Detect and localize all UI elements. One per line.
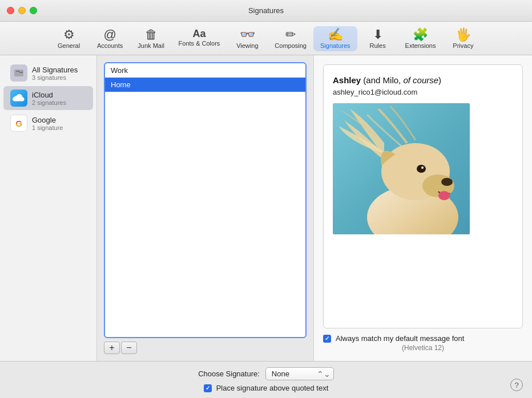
junk-icon: 🗑: [145, 29, 158, 41]
toolbar-label-viewing: Viewing: [236, 42, 258, 49]
main-content: All Signatures 3 signatures iCloud 2 sig…: [0, 55, 532, 361]
choose-signature-select[interactable]: None Work Home: [265, 367, 334, 380]
toolbar-label-junkmail: Junk Mail: [138, 42, 164, 49]
place-sig-label: Place signature above quoted text: [216, 384, 329, 392]
close-button[interactable]: [7, 7, 14, 14]
toolbar-label-fonts: Fonts & Colors: [179, 40, 220, 47]
toolbar-item-extensions[interactable]: 🧩 Extensions: [398, 26, 443, 51]
title-bar: Signatures: [0, 0, 532, 22]
font-match-label: Always match my default message font: [336, 334, 464, 343]
google-count: 1 signature: [32, 124, 63, 131]
signature-preview-card: Ashley (and Milo, of course) ashley_rico…: [323, 64, 523, 328]
svg-point-7: [417, 165, 426, 173]
signature-item-home[interactable]: Home: [105, 78, 305, 92]
window-title: Signatures: [248, 6, 284, 15]
toolbar-label-privacy: Privacy: [453, 42, 473, 49]
icloud-icon: [10, 90, 27, 107]
font-match-sub: (Helvetica 12): [323, 344, 523, 352]
icloud-name: iCloud: [32, 91, 66, 99]
svg-point-5: [441, 178, 453, 186]
toolbar-label-extensions: Extensions: [405, 42, 436, 49]
remove-signature-button[interactable]: −: [121, 342, 137, 354]
toolbar-item-general[interactable]: ⚙ General: [49, 26, 90, 51]
toolbar-item-signatures[interactable]: ✍ Signatures: [313, 26, 357, 51]
bottom-bar-wrapper: Choose Signature: None Work Home ⌃⌄ Plac…: [0, 361, 532, 398]
choose-signature-label: Choose Signature:: [198, 369, 260, 378]
toolbar-label-accounts: Accounts: [97, 42, 123, 49]
signature-preview-email: ashley_rico1@icloud.com: [333, 88, 513, 96]
icloud-count: 2 signatures: [32, 99, 66, 106]
svg-point-6: [438, 191, 450, 200]
extensions-icon: 🧩: [413, 29, 428, 41]
choose-signature-select-wrapper: None Work Home ⌃⌄: [265, 367, 334, 380]
sidebar-item-all-signatures[interactable]: All Signatures 3 signatures: [3, 61, 93, 85]
fonts-icon: Aa: [192, 29, 205, 39]
signatures-icon: ✍: [328, 29, 343, 41]
all-signatures-name: All Signatures: [32, 66, 78, 74]
signature-item-work[interactable]: Work: [105, 63, 305, 78]
svg-point-8: [421, 166, 424, 169]
toolbar-label-signatures: Signatures: [320, 42, 350, 49]
middle-panel: Work Home + −: [97, 55, 314, 361]
minimize-button[interactable]: [18, 7, 26, 14]
signature-list: Work Home: [104, 62, 307, 338]
toolbar-item-viewing[interactable]: 👓 Viewing: [227, 26, 268, 51]
signature-list-buttons: + −: [104, 342, 307, 354]
preview-name-bold: Ashley: [333, 75, 361, 85]
google-text: Google 1 signature: [32, 116, 63, 131]
toolbar: ⚙ General @ Accounts 🗑 Junk Mail Aa Font…: [0, 22, 532, 55]
font-match-row: Always match my default message font: [323, 334, 523, 343]
icloud-text: iCloud 2 signatures: [32, 91, 66, 106]
toolbar-label-composing: Composing: [275, 42, 307, 49]
toolbar-item-privacy[interactable]: 🖐 Privacy: [442, 26, 483, 51]
svg-rect-0: [14, 70, 23, 76]
signature-preview-name: Ashley (and Milo, of course): [333, 74, 513, 86]
preview-name-italic: of course: [403, 75, 438, 85]
composing-icon: ✏: [285, 29, 296, 41]
add-signature-button[interactable]: +: [104, 342, 120, 354]
font-match-checkbox[interactable]: [323, 335, 331, 343]
traffic-lights: [7, 7, 37, 14]
sidebar-item-icloud[interactable]: iCloud 2 signatures: [3, 86, 93, 110]
all-signatures-text: All Signatures 3 signatures: [32, 66, 78, 81]
toolbar-item-rules[interactable]: ⬇ Rules: [357, 26, 398, 51]
google-g-letter: G: [15, 119, 22, 128]
bottom-bar: Choose Signature: None Work Home ⌃⌄ Plac…: [0, 361, 532, 398]
toolbar-item-composing[interactable]: ✏ Composing: [268, 26, 313, 51]
toolbar-item-junkmail[interactable]: 🗑 Junk Mail: [131, 26, 172, 51]
google-name: Google: [32, 116, 63, 124]
viewing-icon: 👓: [240, 29, 255, 41]
sidebar: All Signatures 3 signatures iCloud 2 sig…: [0, 55, 97, 361]
toolbar-item-accounts[interactable]: @ Accounts: [90, 26, 131, 51]
all-signatures-count: 3 signatures: [32, 74, 78, 81]
toolbar-label-general: General: [58, 42, 80, 49]
help-button[interactable]: ?: [510, 379, 523, 391]
choose-signature-row: Choose Signature: None Work Home ⌃⌄: [198, 367, 334, 380]
all-signatures-icon: [10, 64, 27, 82]
toolbar-label-rules: Rules: [370, 42, 386, 49]
rules-icon: ⬇: [373, 29, 383, 41]
fullscreen-button[interactable]: [30, 7, 37, 14]
privacy-icon: 🖐: [456, 29, 471, 41]
signature-preview-image: [333, 103, 470, 234]
at-icon: @: [103, 29, 116, 41]
sidebar-item-google[interactable]: G Google 1 signature: [3, 111, 93, 135]
place-signature-row: Place signature above quoted text: [204, 384, 329, 392]
gear-icon: ⚙: [63, 29, 75, 41]
preview-panel: Ashley (and Milo, of course) ashley_rico…: [314, 55, 532, 361]
toolbar-item-fonts[interactable]: Aa Fonts & Colors: [172, 26, 227, 51]
place-sig-checkbox[interactable]: [204, 384, 212, 392]
preview-name-rest: (and Milo, of course): [361, 75, 441, 85]
google-icon: G: [10, 115, 27, 132]
